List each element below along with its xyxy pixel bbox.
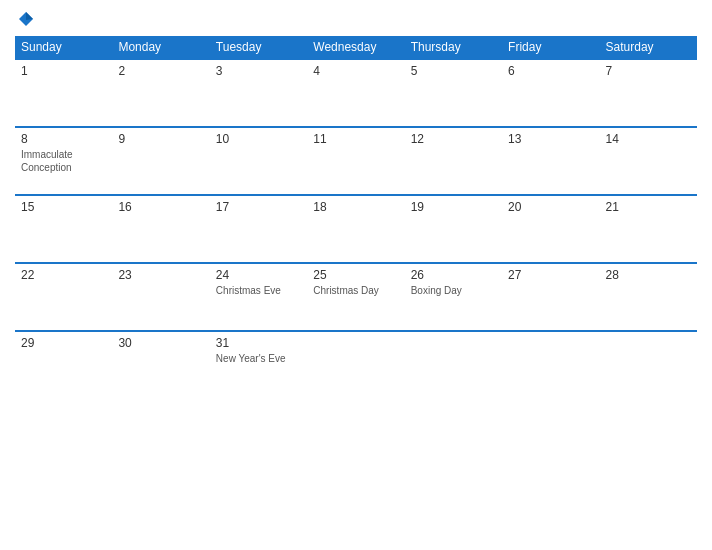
calendar-cell: 1 bbox=[15, 59, 112, 127]
day-number: 10 bbox=[216, 132, 301, 146]
calendar-cell: 20 bbox=[502, 195, 599, 263]
week-row-5: 293031New Year's Eve bbox=[15, 331, 697, 399]
calendar-cell: 29 bbox=[15, 331, 112, 399]
header-friday: Friday bbox=[502, 36, 599, 59]
calendar-cell: 9 bbox=[112, 127, 209, 195]
header-tuesday: Tuesday bbox=[210, 36, 307, 59]
header-wednesday: Wednesday bbox=[307, 36, 404, 59]
calendar-cell: 10 bbox=[210, 127, 307, 195]
day-number: 28 bbox=[606, 268, 691, 282]
week-row-3: 15161718192021 bbox=[15, 195, 697, 263]
calendar-cell: 27 bbox=[502, 263, 599, 331]
day-number: 2 bbox=[118, 64, 203, 78]
holiday-label: Christmas Day bbox=[313, 284, 398, 297]
day-number: 8 bbox=[21, 132, 106, 146]
calendar-cell: 15 bbox=[15, 195, 112, 263]
header-saturday: Saturday bbox=[600, 36, 697, 59]
calendar-cell bbox=[307, 331, 404, 399]
header-thursday: Thursday bbox=[405, 36, 502, 59]
holiday-label: Immaculate Conception bbox=[21, 148, 106, 174]
day-number: 14 bbox=[606, 132, 691, 146]
week-row-4: 222324Christmas Eve25Christmas Day26Boxi… bbox=[15, 263, 697, 331]
week-row-2: 8Immaculate Conception91011121314 bbox=[15, 127, 697, 195]
day-number: 15 bbox=[21, 200, 106, 214]
holiday-label: New Year's Eve bbox=[216, 352, 301, 365]
calendar-cell: 18 bbox=[307, 195, 404, 263]
header-sunday: Sunday bbox=[15, 36, 112, 59]
day-number: 11 bbox=[313, 132, 398, 146]
calendar-cell: 6 bbox=[502, 59, 599, 127]
calendar-cell bbox=[405, 331, 502, 399]
weekday-header-row: Sunday Monday Tuesday Wednesday Thursday… bbox=[15, 36, 697, 59]
day-number: 30 bbox=[118, 336, 203, 350]
day-number: 12 bbox=[411, 132, 496, 146]
day-number: 7 bbox=[606, 64, 691, 78]
calendar-cell: 17 bbox=[210, 195, 307, 263]
day-number: 19 bbox=[411, 200, 496, 214]
day-number: 4 bbox=[313, 64, 398, 78]
day-number: 5 bbox=[411, 64, 496, 78]
logo-icon bbox=[17, 10, 35, 28]
day-number: 20 bbox=[508, 200, 593, 214]
page: Sunday Monday Tuesday Wednesday Thursday… bbox=[0, 0, 712, 550]
calendar-cell: 2 bbox=[112, 59, 209, 127]
calendar-cell: 22 bbox=[15, 263, 112, 331]
calendar-cell: 7 bbox=[600, 59, 697, 127]
day-number: 1 bbox=[21, 64, 106, 78]
calendar-cell: 28 bbox=[600, 263, 697, 331]
logo bbox=[15, 10, 35, 28]
calendar-cell bbox=[502, 331, 599, 399]
calendar-cell: 5 bbox=[405, 59, 502, 127]
calendar-cell: 24Christmas Eve bbox=[210, 263, 307, 331]
calendar-cell: 25Christmas Day bbox=[307, 263, 404, 331]
calendar-cell: 26Boxing Day bbox=[405, 263, 502, 331]
day-number: 17 bbox=[216, 200, 301, 214]
calendar-cell: 8Immaculate Conception bbox=[15, 127, 112, 195]
calendar-cell: 30 bbox=[112, 331, 209, 399]
holiday-label: Christmas Eve bbox=[216, 284, 301, 297]
calendar-table: Sunday Monday Tuesday Wednesday Thursday… bbox=[15, 36, 697, 399]
calendar-cell: 31New Year's Eve bbox=[210, 331, 307, 399]
day-number: 25 bbox=[313, 268, 398, 282]
day-number: 18 bbox=[313, 200, 398, 214]
header-monday: Monday bbox=[112, 36, 209, 59]
day-number: 13 bbox=[508, 132, 593, 146]
day-number: 26 bbox=[411, 268, 496, 282]
calendar-cell: 19 bbox=[405, 195, 502, 263]
calendar-cell: 11 bbox=[307, 127, 404, 195]
day-number: 3 bbox=[216, 64, 301, 78]
calendar-cell: 13 bbox=[502, 127, 599, 195]
calendar-cell: 16 bbox=[112, 195, 209, 263]
header bbox=[15, 10, 697, 28]
calendar-cell: 12 bbox=[405, 127, 502, 195]
calendar-cell: 14 bbox=[600, 127, 697, 195]
holiday-label: Boxing Day bbox=[411, 284, 496, 297]
calendar-cell: 3 bbox=[210, 59, 307, 127]
day-number: 6 bbox=[508, 64, 593, 78]
week-row-1: 1234567 bbox=[15, 59, 697, 127]
calendar-cell bbox=[600, 331, 697, 399]
day-number: 16 bbox=[118, 200, 203, 214]
day-number: 24 bbox=[216, 268, 301, 282]
day-number: 21 bbox=[606, 200, 691, 214]
svg-marker-1 bbox=[26, 12, 33, 20]
day-number: 31 bbox=[216, 336, 301, 350]
day-number: 27 bbox=[508, 268, 593, 282]
calendar-cell: 21 bbox=[600, 195, 697, 263]
calendar-cell: 4 bbox=[307, 59, 404, 127]
day-number: 23 bbox=[118, 268, 203, 282]
calendar-cell: 23 bbox=[112, 263, 209, 331]
day-number: 29 bbox=[21, 336, 106, 350]
day-number: 9 bbox=[118, 132, 203, 146]
day-number: 22 bbox=[21, 268, 106, 282]
